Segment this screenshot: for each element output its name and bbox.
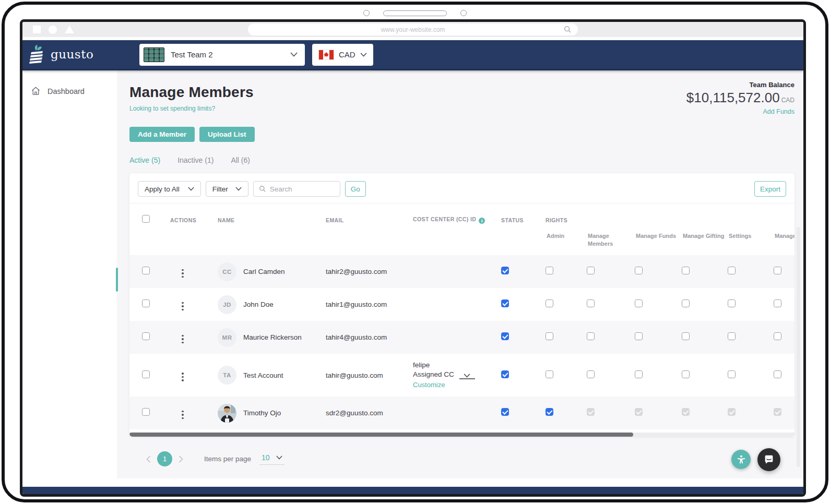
rights-column-header: Manage Gifting [681,232,727,240]
rights-checkbox-manage-members[interactable] [587,370,595,378]
rights-checkbox-manage-shoutouts[interactable] [774,332,781,340]
member-avatar: CC [218,262,236,281]
rights-checkbox-admin[interactable] [546,370,553,378]
rights-checkbox-admin[interactable] [546,267,553,274]
chevron-down-icon [290,52,298,57]
sidebar-item-dashboard[interactable]: Dashboard [22,70,117,96]
rights-checkbox-manage-funds[interactable] [635,267,643,274]
items-per-page-select[interactable]: 10 [259,453,284,465]
circle-icon [49,26,57,34]
select-all-checkbox[interactable] [142,215,150,223]
rights-checkbox-settings[interactable] [728,267,736,274]
assigned-cc-dropdown[interactable] [459,374,475,379]
rights-checkbox-settings[interactable] [728,299,736,307]
search-box [253,181,340,197]
status-checkbox[interactable] [501,408,509,416]
rights-checkbox-settings[interactable] [728,370,736,378]
member-name: Timothy Ojo [243,409,281,417]
filter-dropdown[interactable]: Filter [206,181,248,197]
guusto-logo[interactable]: guusto [29,44,133,65]
row-actions-menu[interactable] [180,409,186,422]
rights-checkbox-admin[interactable] [546,299,553,307]
add-funds-link[interactable]: Add Funds [686,108,795,115]
rights-checkbox-manage-members[interactable] [587,332,595,340]
team-name: Test Team 2 [171,50,284,59]
tab-active[interactable]: Active (5) [129,156,160,164]
rights-checkbox-manage-gifting[interactable] [682,332,690,340]
rights-checkbox-manage-funds[interactable] [635,332,643,340]
add-member-button[interactable]: Add a Member [129,127,195,142]
rights-checkbox-settings[interactable] [728,332,736,340]
row-actions-menu[interactable] [180,333,186,346]
device-frame: www.your-website.com guusto [2,2,828,502]
currency-selector[interactable]: CAD [312,44,373,66]
next-page-button[interactable] [175,455,186,463]
browser-url-bar[interactable]: www.your-website.com [248,23,578,35]
rights-checkbox-manage-shoutouts[interactable] [774,267,781,274]
export-button[interactable]: Export [754,181,786,197]
customize-link[interactable]: Customize [413,380,445,390]
rights-column-header: Manage Members [586,232,634,248]
horizontal-scrollbar-thumb[interactable] [129,433,633,437]
row-actions-menu[interactable] [180,370,186,383]
tab-all[interactable]: All (6) [231,156,250,164]
table-body: CC Carl Camden tahir2@guusto.com JD John… [129,255,795,429]
row-actions-menu[interactable] [180,300,186,313]
row-select-checkbox[interactable] [142,267,150,274]
pagination: 1 Items per page 10 [129,451,803,466]
info-icon[interactable]: i [479,218,485,224]
accessibility-button[interactable] [731,450,751,469]
apply-to-all-dropdown[interactable]: Apply to All [138,181,201,197]
rights-checkbox-manage-members[interactable] [587,267,595,274]
row-actions-menu[interactable] [180,267,186,280]
rights-checkbox-manage-shoutouts[interactable] [774,299,781,307]
rights-checkbox-manage-gifting[interactable] [682,267,690,274]
row-select-checkbox[interactable] [142,332,150,340]
team-selector[interactable]: Test Team 2 [139,44,305,66]
row-select-checkbox[interactable] [142,408,150,416]
rights-checkbox-manage-members [587,408,595,416]
page-number-button[interactable]: 1 [157,451,172,466]
status-checkbox[interactable] [501,370,509,378]
rights-checkbox-manage-shoutouts[interactable] [774,370,781,378]
go-button[interactable]: Go [345,181,366,197]
vertical-scrollbar-thumb[interactable] [797,227,800,467]
triangle-icon [65,26,74,33]
member-name: John Doe [243,301,274,308]
status-checkbox[interactable] [501,332,509,340]
url-text: www.your-website.com [381,26,445,33]
tab-inactive[interactable]: Inactive (1) [177,156,214,164]
rights-checkbox-manage-gifting[interactable] [682,299,690,307]
horizontal-scrollbar[interactable] [129,433,795,437]
team-thumbnail [144,47,164,62]
rights-checkbox-admin[interactable] [546,332,553,340]
status-checkbox[interactable] [501,267,509,274]
rights-checkbox-manage-gifting[interactable] [682,370,690,378]
member-email: tahir@guusto.com [326,371,413,379]
chevron-down-icon [235,187,242,191]
browser-window: www.your-website.com guusto [20,19,806,497]
search-icon [564,26,572,33]
rights-checkbox-manage-members[interactable] [587,299,595,307]
spending-limits-link[interactable]: Looking to set spending limits? [129,105,215,112]
rights-checkbox-manage-funds[interactable] [635,299,643,307]
rights-checkbox-manage-funds[interactable] [635,370,643,378]
balance-amount: $10,115,572.00CAD [686,90,795,106]
member-avatar: TA [218,366,236,385]
row-select-checkbox[interactable] [142,370,150,378]
search-input[interactable] [270,185,327,193]
table-row: TA Test Account tahir@guusto.com felipeA… [129,354,795,397]
page-title: Manage Members [129,84,254,101]
rights-checkbox-admin[interactable] [546,408,553,416]
apply-to-all-label: Apply to All [145,185,180,193]
previous-page-button[interactable] [143,455,154,463]
camera-dot-icon [460,10,467,16]
status-checkbox[interactable] [501,299,509,307]
upload-list-button[interactable]: Upload List [199,127,255,142]
items-per-page-label: Items per page [204,455,251,463]
team-balance: Team Balance $10,115,572.00CAD Add Funds [686,81,795,115]
row-select-checkbox[interactable] [142,299,150,307]
home-icon [31,86,41,96]
rights-checkbox-manage-shoutouts [774,408,781,416]
chat-button[interactable] [757,448,780,471]
